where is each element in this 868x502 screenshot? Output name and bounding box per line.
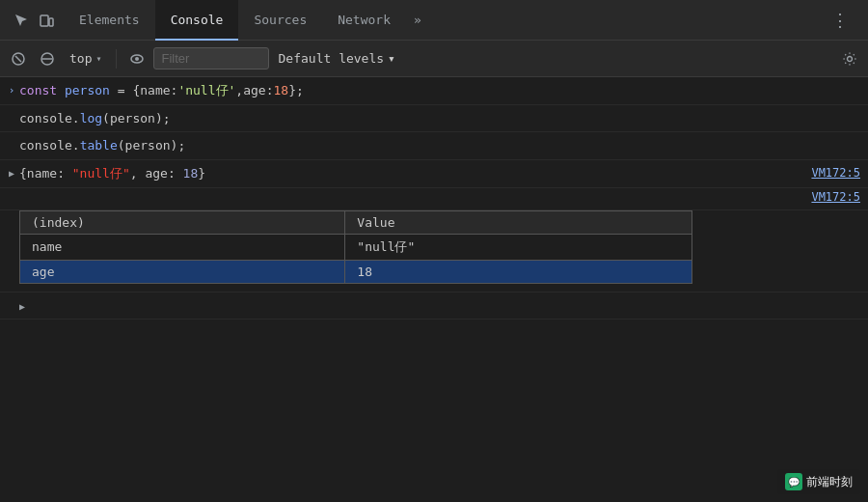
tab-network[interactable]: Network <box>322 0 406 41</box>
console-data-table: (index) Value name "null仔" age 18 <box>19 210 692 284</box>
block-icon-button[interactable] <box>35 46 60 71</box>
tab-more-button[interactable]: » <box>406 13 429 27</box>
context-selector[interactable]: top ▾ <box>64 51 108 66</box>
table-arrow <box>4 136 19 138</box>
console-area: › const person = {name:'null仔',age:18}; … <box>0 77 868 502</box>
clear-console-button[interactable] <box>6 46 31 71</box>
console-line-output: ▶ {name: "null仔", age: 18} VM172:5 <box>0 160 868 188</box>
svg-rect-1 <box>49 18 53 26</box>
filter-input[interactable] <box>153 47 269 70</box>
devtools-icons <box>4 11 64 30</box>
device-icon[interactable] <box>37 11 56 30</box>
object-arrow <box>4 296 19 298</box>
table-wrapper: (index) Value name "null仔" age 18 <box>0 210 868 284</box>
table-row-highlight: age 18 <box>20 260 692 283</box>
console-line-object: ▶ <box>0 293 868 321</box>
log-arrow <box>4 109 19 111</box>
console-object-label: ▶ <box>19 296 860 316</box>
table-cell-index-1: age <box>20 260 345 283</box>
settings-button[interactable] <box>837 46 862 71</box>
output-arrow[interactable]: ▶ <box>4 164 19 181</box>
source-link-2[interactable]: VM172:5 <box>811 190 860 206</box>
console-table-container: (index) Value name "null仔" age 18 <box>0 210 868 293</box>
eye-button[interactable] <box>124 46 149 71</box>
table-header-value: Value <box>345 210 692 234</box>
table-cell-index-0: name <box>20 234 345 260</box>
default-levels-dropdown[interactable]: Default levels ▾ <box>279 51 395 66</box>
table-cell-value-1: 18 <box>345 260 692 283</box>
console-code-2: console.log(person); <box>19 109 860 128</box>
toolbar-separator <box>116 49 117 69</box>
tab-console[interactable]: Console <box>155 0 239 41</box>
console-output-obj: {name: "null仔", age: 18} <box>19 164 803 183</box>
console-toolbar: top ▾ Default levels ▾ <box>0 41 868 77</box>
console-line-table: console.table(person); <box>0 132 868 160</box>
console-line-log: console.log(person); <box>0 105 868 133</box>
input-arrow[interactable]: › <box>4 81 19 99</box>
watermark: 💬 前端时刻 <box>777 469 860 494</box>
tab-elements[interactable]: Elements <box>64 0 155 41</box>
source-line-2: VM172:5 <box>0 188 868 210</box>
svg-point-8 <box>848 56 853 61</box>
svg-rect-0 <box>41 15 48 26</box>
console-code-3: console.table(person); <box>19 136 860 155</box>
source-link-1[interactable]: VM172:5 <box>811 164 860 183</box>
tab-bar-end: ⋮ <box>824 6 864 34</box>
watermark-icon: 💬 <box>785 473 802 490</box>
table-header-index: (index) <box>20 210 345 234</box>
tab-sources[interactable]: Sources <box>238 0 322 41</box>
triangle-icon: ▶ <box>19 301 25 312</box>
levels-dropdown-arrow: ▾ <box>388 51 395 66</box>
svg-point-7 <box>135 57 139 61</box>
console-code-1: const person = {name:'null仔',age:18}; <box>19 81 860 100</box>
console-line-input: › const person = {name:'null仔',age:18}; <box>0 77 868 105</box>
more-options-button[interactable]: ⋮ <box>824 6 856 34</box>
cursor-icon[interactable] <box>12 11 31 30</box>
tab-bar: Elements Console Sources Network » ⋮ <box>0 0 868 41</box>
table-row: name "null仔" <box>20 234 692 260</box>
svg-line-3 <box>15 56 21 62</box>
context-dropdown-arrow: ▾ <box>95 53 101 64</box>
table-cell-value-0: "null仔" <box>345 234 692 260</box>
